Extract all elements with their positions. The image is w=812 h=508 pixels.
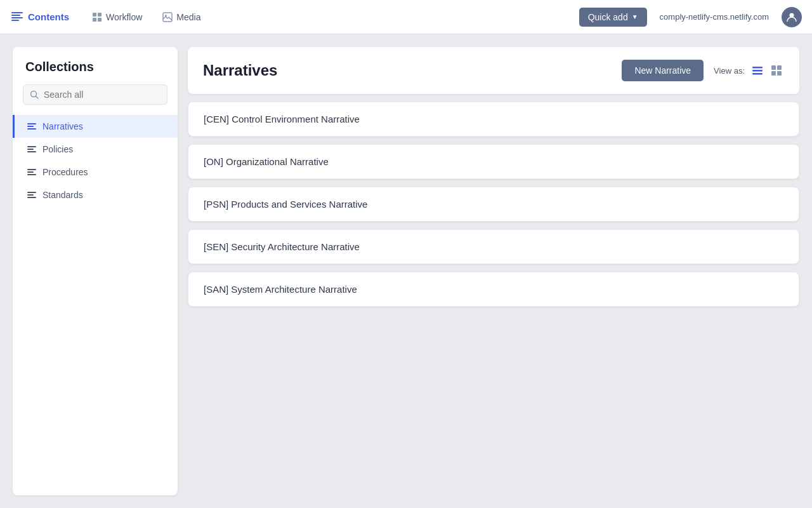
svg-rect-3 bbox=[11, 20, 19, 21]
header-right: New Narrative View as: bbox=[622, 60, 784, 81]
procedures-icon bbox=[27, 169, 36, 175]
sidebar-item-procedures[interactable]: Procedures bbox=[13, 161, 178, 184]
svg-rect-5 bbox=[98, 13, 102, 17]
standards-icon bbox=[27, 192, 36, 198]
svg-rect-19 bbox=[777, 71, 782, 76]
main-layout: Collections Narratives Policies bbox=[0, 34, 812, 508]
collections-title: Collections bbox=[13, 60, 178, 84]
list-view-icon bbox=[751, 64, 764, 77]
policies-icon bbox=[27, 146, 36, 152]
media-icon bbox=[162, 12, 173, 22]
topnav: Contents Workflow Media Quick add ▼ comp… bbox=[0, 0, 812, 34]
search-input[interactable] bbox=[44, 90, 160, 100]
search-icon bbox=[30, 90, 39, 99]
svg-rect-4 bbox=[93, 13, 96, 17]
narratives-icon bbox=[27, 123, 36, 130]
sidebar: Collections Narratives Policies bbox=[13, 47, 178, 495]
contents-nav-icon bbox=[10, 10, 24, 24]
svg-rect-15 bbox=[752, 73, 763, 75]
content-area: Narratives New Narrative View as: bbox=[188, 47, 799, 495]
svg-rect-14 bbox=[752, 70, 763, 72]
sidebar-item-narratives-label: Narratives bbox=[43, 121, 83, 131]
search-box[interactable] bbox=[23, 84, 167, 105]
sidebar-item-standards[interactable]: Standards bbox=[13, 184, 178, 206]
view-icons bbox=[750, 63, 784, 78]
site-url: comply-netlify-cms.netlify.com bbox=[660, 12, 769, 22]
nav-media[interactable]: Media bbox=[155, 8, 208, 26]
logo-label: Contents bbox=[28, 11, 69, 22]
svg-rect-6 bbox=[93, 18, 96, 22]
quick-add-button[interactable]: Quick add ▼ bbox=[579, 8, 647, 27]
header-card: Narratives New Narrative View as: bbox=[188, 47, 799, 94]
logo-area[interactable]: Contents bbox=[10, 10, 69, 24]
workflow-icon bbox=[92, 12, 102, 22]
narrative-item-psn[interactable]: [PSN] Products and Services Narrative bbox=[188, 187, 799, 222]
narrative-item-cen[interactable]: [CEN] Control Environment Narrative bbox=[188, 102, 799, 137]
grid-view-icon bbox=[770, 64, 783, 77]
sidebar-item-policies-label: Policies bbox=[43, 144, 73, 154]
quick-add-chevron-icon: ▼ bbox=[632, 13, 638, 20]
user-avatar[interactable] bbox=[782, 7, 802, 27]
svg-rect-16 bbox=[771, 65, 776, 70]
new-narrative-button[interactable]: New Narrative bbox=[622, 60, 704, 81]
svg-rect-18 bbox=[771, 71, 776, 76]
svg-rect-13 bbox=[752, 67, 763, 69]
view-as-text: View as: bbox=[714, 66, 745, 76]
view-as-label: View as: bbox=[714, 63, 784, 78]
narrative-item-on[interactable]: [ON] Organizational Narrative bbox=[188, 144, 799, 179]
svg-rect-7 bbox=[98, 18, 102, 22]
sidebar-item-standards-label: Standards bbox=[43, 190, 83, 200]
svg-line-12 bbox=[36, 97, 39, 99]
sidebar-item-policies[interactable]: Policies bbox=[13, 138, 178, 161]
sidebar-item-narratives[interactable]: Narratives bbox=[13, 115, 178, 138]
sidebar-item-procedures-label: Procedures bbox=[43, 167, 88, 177]
svg-rect-2 bbox=[11, 17, 23, 18]
page-title: Narratives bbox=[203, 62, 277, 79]
nav-media-label: Media bbox=[176, 12, 200, 22]
nav-workflow-label: Workflow bbox=[106, 12, 142, 22]
nav-workflow[interactable]: Workflow bbox=[84, 8, 150, 26]
svg-rect-1 bbox=[11, 15, 20, 16]
svg-rect-17 bbox=[777, 65, 782, 70]
narrative-item-san[interactable]: [SAN] System Architecture Narrative bbox=[188, 272, 799, 307]
quick-add-label: Quick add bbox=[588, 12, 628, 22]
grid-view-button[interactable] bbox=[769, 63, 784, 78]
svg-rect-0 bbox=[11, 12, 23, 13]
list-view-button[interactable] bbox=[750, 63, 765, 78]
avatar-icon bbox=[786, 11, 797, 23]
narrative-item-sen[interactable]: [SEN] Security Architecture Narrative bbox=[188, 229, 799, 264]
